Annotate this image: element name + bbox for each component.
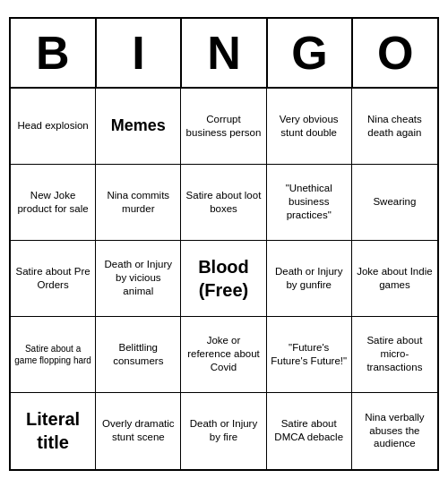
bingo-cell-19: Satire about micro-transactions (352, 317, 437, 393)
bingo-cell-10: Satire about Pre Orders (11, 241, 96, 317)
bingo-cell-23: Satire about DMCA debacle (267, 393, 352, 469)
bingo-cell-1: Memes (96, 89, 181, 165)
bingo-letter-b: B (11, 19, 97, 87)
bingo-cell-3: Very obvious stunt double (267, 89, 352, 165)
bingo-cell-21: Overly dramatic stunt scene (96, 393, 181, 469)
bingo-cell-24: Nina verbally abuses the audience (352, 393, 437, 469)
bingo-cell-8: "Unethical business practices" (267, 165, 352, 241)
bingo-cell-15: Satire about a game flopping hard (11, 317, 96, 393)
bingo-card: BINGO Head explosionMemesCorrupt busines… (9, 17, 439, 471)
bingo-cell-17: Joke or reference about Covid (181, 317, 266, 393)
bingo-cell-20: Literal title (11, 393, 96, 469)
bingo-cell-5: New Joke product for sale (11, 165, 96, 241)
bingo-cell-11: Death or Injury by vicious animal (96, 241, 181, 317)
bingo-cell-0: Head explosion (11, 89, 96, 165)
bingo-letter-n: N (182, 19, 268, 87)
bingo-cell-2: Corrupt business person (181, 89, 266, 165)
bingo-cell-9: Swearing (352, 165, 437, 241)
bingo-header: BINGO (11, 19, 437, 89)
bingo-cell-18: "Future's Future's Future!" (267, 317, 352, 393)
bingo-cell-6: Nina commits murder (96, 165, 181, 241)
bingo-cell-14: Joke about Indie games (352, 241, 437, 317)
bingo-letter-i: I (97, 19, 183, 87)
bingo-cell-4: Nina cheats death again (352, 89, 437, 165)
bingo-cell-13: Death or Injury by gunfire (267, 241, 352, 317)
bingo-cell-7: Satire about loot boxes (181, 165, 266, 241)
bingo-cell-22: Death or Injury by fire (181, 393, 266, 469)
bingo-letter-g: G (268, 19, 354, 87)
bingo-cell-12: Blood (Free) (181, 241, 266, 317)
bingo-grid: Head explosionMemesCorrupt business pers… (11, 89, 437, 469)
bingo-letter-o: O (353, 19, 437, 87)
bingo-cell-16: Belittling consumers (96, 317, 181, 393)
